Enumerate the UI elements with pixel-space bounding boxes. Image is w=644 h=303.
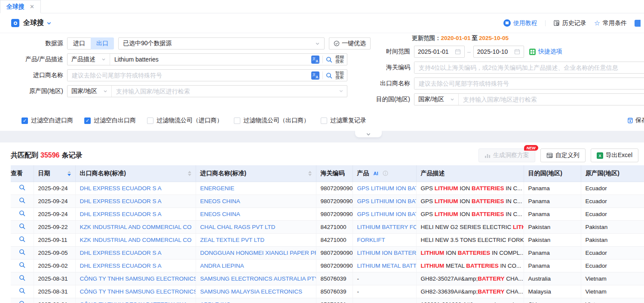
view-detail-search-icon[interactable] (19, 210, 25, 216)
view-detail-search-icon[interactable] (19, 300, 25, 303)
export-toggle[interactable]: 出口 (91, 37, 114, 49)
exporter-input[interactable] (414, 78, 644, 89)
highlighted-keyword: LITHIUM (421, 250, 445, 256)
history-link[interactable]: 历史记录 (553, 19, 586, 27)
tab-global-search[interactable]: 全球搜 ✕ (0, 0, 41, 13)
importer-input[interactable] (67, 70, 308, 81)
filter-checkbox[interactable]: ✓过滤空白出口商 (84, 117, 136, 124)
filter-checkbox[interactable]: ✓过滤空白进口商 (21, 117, 73, 124)
hs-code-cell: 9807209090 (316, 195, 353, 207)
chevron-down-icon[interactable] (46, 21, 52, 26)
view-cell (11, 285, 34, 298)
exporter-link[interactable]: KZK INDUSTRIAL AND COMMERCIAL CO (80, 224, 192, 230)
destination-country-type-select[interactable]: 国家/地区 (414, 94, 459, 105)
importer-link[interactable]: ANDRA LIEPINA (200, 263, 244, 269)
date-from-input[interactable]: 2025-01-01 (414, 46, 465, 58)
view-detail-search-icon[interactable] (19, 262, 25, 268)
col-header-date[interactable]: 日期 (34, 165, 75, 182)
view-detail-search-icon[interactable] (19, 275, 25, 281)
sort-toggle[interactable] (308, 171, 312, 176)
importer-link[interactable]: SAMSUNG ELECTRONICS AUSTRALIA PTY (200, 275, 316, 282)
tutorial-link[interactable]: 使用教程 (503, 19, 537, 27)
filter-checkbox[interactable]: 过滤物流公司（出口商） (234, 117, 310, 124)
product-link[interactable]: LITHIUM BATTERY FO... (357, 224, 417, 230)
exporter-link[interactable]: CÔNG TY TNHH SAMSUNG ELECTRONICS ... (80, 288, 196, 295)
translate-icon[interactable]: 文A (311, 56, 319, 64)
date-cell: 2025-09-05 (34, 246, 75, 259)
checkbox-unchecked-icon[interactable] (321, 117, 327, 124)
product-link[interactable]: LITHIUM ION BATTERY (357, 250, 417, 256)
checkbox-unchecked-icon[interactable] (147, 117, 153, 124)
exporter-link[interactable]: DHL EXPRESS ECUADOR S A (80, 211, 162, 217)
date-range-separator: – (467, 48, 471, 55)
quick-options-button[interactable]: 快捷选项 (529, 48, 562, 56)
exporter-link[interactable]: DHL EXPRESS ECUADOR S A (80, 185, 162, 192)
checkbox-checked-icon[interactable]: ✓ (21, 117, 28, 124)
hs-code-input[interactable] (414, 62, 644, 73)
view-detail-search-icon[interactable] (19, 184, 25, 191)
date-to-input[interactable]: 2025-10-10 (473, 46, 524, 58)
view-detail-search-icon[interactable] (19, 236, 25, 242)
exporter-link[interactable]: DHL EXPRESS ECUADOR S A (80, 250, 162, 256)
importer-link[interactable]: ENEOS CHINA (200, 198, 240, 204)
destination-country-input[interactable] (459, 94, 644, 105)
product-link[interactable]: LITHIUM METAL BATT... (357, 263, 417, 269)
smart-search-icon[interactable] (326, 72, 332, 79)
more-icon[interactable] (635, 20, 641, 27)
origin-country-type-select[interactable]: 国家/地区 (67, 86, 112, 97)
col-header-importer[interactable]: 进口商名称(标准) (196, 165, 316, 182)
product-link[interactable]: GPS LITHIUM ION BAT... (357, 211, 417, 217)
favorites-link[interactable]: ☆ 常用条件 (594, 19, 627, 27)
exporter-link[interactable]: CÔNG TY TNHH DESAY BATTERY VINA (80, 301, 187, 303)
one-click-optimize-button[interactable]: 一键优选 (329, 37, 371, 49)
filter-checkbox[interactable]: 过滤重复记录 (321, 117, 366, 124)
import-toggle[interactable]: 进口 (67, 37, 91, 49)
origin-country-input[interactable] (112, 86, 339, 97)
export-excel-button[interactable]: X 导出Excel (591, 148, 638, 162)
importer-link[interactable]: ENERGENIE (200, 185, 235, 192)
importer-link[interactable]: APPLE INC (200, 301, 231, 303)
save-condition-button[interactable]: 保存 (627, 117, 644, 124)
trade-direction-toggle: 进口 出口 (67, 37, 114, 49)
importer-link[interactable]: CHAL CHAL RAGS PVT LTD (200, 224, 276, 230)
sort-toggle[interactable] (188, 171, 191, 176)
view-detail-search-icon[interactable] (19, 249, 25, 255)
translate-icon[interactable]: 文A (311, 71, 319, 80)
hs-code-cell: 84271000 (316, 233, 353, 246)
smart-search-button[interactable]: 智能搜索 (335, 71, 344, 80)
sort-toggle[interactable] (67, 171, 71, 176)
view-detail-search-icon[interactable] (19, 288, 25, 294)
fuzzy-search-button[interactable]: 模糊搜索 (335, 55, 344, 64)
exporter-cell: KZK INDUSTRIAL AND COMMERCIAL CO (75, 233, 196, 246)
fuzzy-search-icon[interactable] (326, 56, 332, 63)
view-cell (11, 298, 34, 303)
collapse-form-handle[interactable] (355, 131, 382, 137)
view-detail-search-icon[interactable] (19, 223, 25, 229)
importer-link[interactable]: ZEAL TEXTILE PVT LTD (200, 237, 265, 243)
col-header-exporter[interactable]: 出口商名称(标准) (75, 165, 196, 182)
ai-badge: AI (372, 170, 380, 176)
product-link[interactable]: GPS LITHIUM ION BAT... (357, 198, 417, 204)
filter-checkbox[interactable]: 过滤物流公司（进口商） (147, 117, 223, 124)
importer-link[interactable]: DONGGUAN HONGMEI XIANGLI PAPER PR... (200, 250, 316, 256)
generate-insight-button[interactable]: 生成洞察方案 NEW (478, 148, 535, 162)
view-detail-search-icon[interactable] (19, 197, 25, 204)
data-source-select[interactable]: 已选中90个数据源 (118, 37, 325, 49)
product-input[interactable] (110, 54, 308, 65)
exporter-link[interactable]: KZK INDUSTRIAL AND COMMERCIAL CO (80, 237, 192, 243)
product-type-select[interactable]: 产品描述 (67, 54, 110, 65)
importer-link[interactable]: SAMSUNG MALAYSIA ELECTRONICS (200, 288, 303, 295)
exporter-link[interactable]: DHL EXPRESS ECUADOR S A (80, 198, 162, 204)
checkbox-checked-icon[interactable]: ✓ (84, 117, 91, 124)
close-icon[interactable]: ✕ (30, 3, 34, 10)
exporter-link[interactable]: DHL EXPRESS ECUADOR S A (80, 263, 162, 269)
update-range: 更新范围：2020-01-01至2025-10-05 (412, 34, 509, 42)
hs-code-cell: 85076039 (316, 285, 353, 298)
product-link[interactable]: FORKLIFT (357, 237, 385, 243)
checkbox-unchecked-icon[interactable] (234, 117, 240, 124)
importer-link[interactable]: ENEOS CHINA (200, 211, 240, 217)
customize-columns-button[interactable]: 自定义列 (540, 148, 586, 162)
info-icon[interactable] (383, 170, 388, 176)
exporter-link[interactable]: CÔNG TY TNHH SAMSUNG ELECTRONICS ... (80, 275, 196, 282)
product-link[interactable]: GPS LITHIUM ION BAT... (357, 185, 417, 192)
